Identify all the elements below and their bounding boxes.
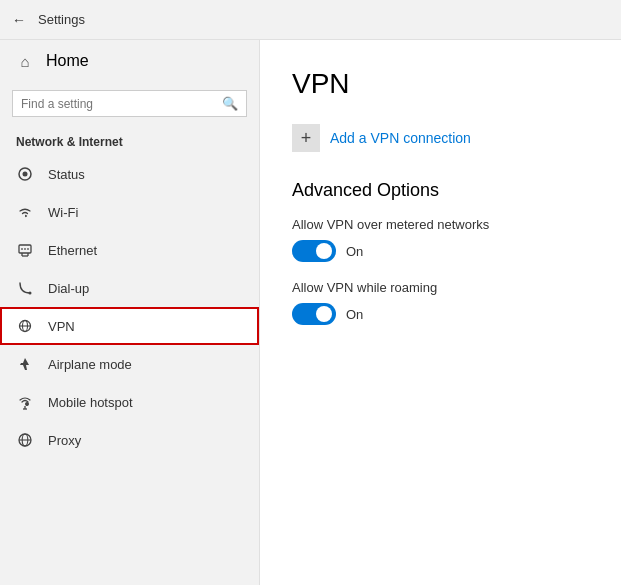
search-box[interactable]: 🔍 [12, 90, 247, 117]
sidebar: ⌂ Home 🔍 Network & Internet Status Wi [0, 40, 260, 585]
status-icon [16, 165, 34, 183]
search-icon: 🔍 [222, 96, 238, 111]
wifi-label: Wi-Fi [48, 205, 78, 220]
title-bar: ← Settings [0, 0, 621, 40]
hotspot-label: Mobile hotspot [48, 395, 133, 410]
page-title: VPN [292, 68, 589, 100]
sidebar-item-dialup[interactable]: Dial-up [0, 269, 259, 307]
sidebar-item-wifi[interactable]: Wi-Fi [0, 193, 259, 231]
home-icon: ⌂ [16, 52, 34, 70]
title-bar-title: Settings [38, 12, 85, 27]
ethernet-icon [16, 241, 34, 259]
metered-toggle[interactable] [292, 240, 336, 262]
status-label: Status [48, 167, 85, 182]
content-area: VPN + Add a VPN connection Advanced Opti… [260, 40, 621, 585]
proxy-label: Proxy [48, 433, 81, 448]
svg-point-9 [29, 292, 32, 295]
vpn-label: VPN [48, 319, 75, 334]
roaming-toggle-thumb [316, 306, 332, 322]
home-label: Home [46, 52, 89, 70]
ethernet-label: Ethernet [48, 243, 97, 258]
add-vpn-icon: + [292, 124, 320, 152]
roaming-toggle-track[interactable] [292, 303, 336, 325]
section-label: Network & Internet [0, 125, 259, 155]
roaming-toggle-label: On [346, 307, 363, 322]
back-button[interactable]: ← [12, 12, 26, 28]
dialup-icon [16, 279, 34, 297]
dialup-label: Dial-up [48, 281, 89, 296]
sidebar-item-airplane[interactable]: Airplane mode [0, 345, 259, 383]
hotspot-icon [16, 393, 34, 411]
metered-option-label: Allow VPN over metered networks [292, 217, 589, 232]
sidebar-item-proxy[interactable]: Proxy [0, 421, 259, 459]
sidebar-item-status[interactable]: Status [0, 155, 259, 193]
advanced-options-title: Advanced Options [292, 180, 589, 201]
add-vpn-label: Add a VPN connection [330, 130, 471, 146]
metered-toggle-row: On [292, 240, 589, 262]
add-vpn-button[interactable]: + Add a VPN connection [292, 124, 589, 152]
roaming-option-label: Allow VPN while roaming [292, 280, 589, 295]
airplane-icon [16, 355, 34, 373]
search-input[interactable] [21, 97, 216, 111]
roaming-toggle[interactable] [292, 303, 336, 325]
sidebar-item-home[interactable]: ⌂ Home [0, 40, 259, 82]
sidebar-item-vpn[interactable]: VPN [0, 307, 259, 345]
wifi-icon [16, 203, 34, 221]
airplane-label: Airplane mode [48, 357, 132, 372]
roaming-toggle-row: On [292, 303, 589, 325]
metered-toggle-thumb [316, 243, 332, 259]
metered-toggle-track[interactable] [292, 240, 336, 262]
sidebar-item-ethernet[interactable]: Ethernet [0, 231, 259, 269]
main-layout: ⌂ Home 🔍 Network & Internet Status Wi [0, 40, 621, 585]
metered-toggle-label: On [346, 244, 363, 259]
svg-point-1 [23, 172, 28, 177]
vpn-icon [16, 317, 34, 335]
proxy-icon [16, 431, 34, 449]
sidebar-item-hotspot[interactable]: Mobile hotspot [0, 383, 259, 421]
